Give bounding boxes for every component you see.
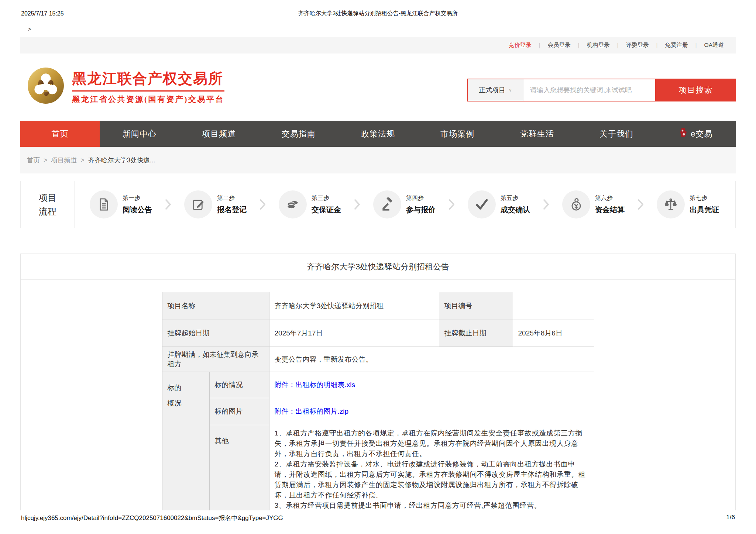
stray-character: > bbox=[28, 26, 31, 32]
step-name: 成交确认 bbox=[501, 205, 530, 215]
chevron-right-icon bbox=[259, 198, 267, 211]
attachment-link-zip[interactable]: 附件：出租标的图片.zip bbox=[275, 407, 349, 415]
breadcrumb: 首页 > 项目频道 > 齐齐哈尔大学3处快递... bbox=[20, 147, 736, 173]
process-flow: 项目 流程 第一步 阅读公告 bbox=[20, 181, 736, 228]
nav-item-label: e交易 bbox=[691, 128, 712, 139]
project-code-value bbox=[513, 292, 594, 320]
table-row: 标的 概况 标的情况 附件：出租标的明细表.xls bbox=[162, 372, 594, 398]
process-flow-title-line: 项目 bbox=[21, 191, 75, 204]
auction-login-link[interactable]: 竞价登录 bbox=[501, 41, 539, 49]
logo-title: 黑龙江联合产权交易所 bbox=[72, 69, 224, 92]
breadcrumb-home[interactable]: 首页 bbox=[27, 156, 40, 165]
project-code-label: 项目编号 bbox=[439, 292, 513, 320]
step-text: 第一步 阅读公告 bbox=[123, 194, 152, 215]
step-number: 第一步 bbox=[123, 194, 152, 202]
nav-item-e-trading[interactable]: e交易 bbox=[656, 121, 736, 147]
main-nav: 首页 新闻中心 项目频道 交易指南 政策法规 市场案例 党群生活 关于我们 e交… bbox=[20, 121, 736, 147]
table-row: 挂牌起始日期 2025年7月17日 挂牌截止日期 2025年8月6日 bbox=[162, 320, 594, 347]
flow-step-deal-confirm: 第五步 成交确认 bbox=[468, 190, 530, 218]
check-icon bbox=[468, 190, 496, 218]
search-input[interactable] bbox=[523, 79, 655, 101]
chevron-right-icon bbox=[165, 198, 172, 211]
breadcrumb-separator: > bbox=[44, 156, 47, 164]
step-number: 第七步 bbox=[690, 194, 719, 202]
other-content: 1、承租方严格遵守出租方的各项规定，承租方在院内经营期间发生安全责任事故或造成第… bbox=[269, 425, 594, 511]
step-text: 第五步 成交确认 bbox=[501, 194, 530, 215]
print-footer: hljcqjy.ejy365.com/ejy/Detail?infoId=ZZC… bbox=[21, 514, 735, 522]
flow-step-register: 第二步 报名登记 bbox=[184, 190, 247, 218]
site-logo[interactable]: 黑龙江联合产权交易所 黑龙江省公共资源(国有资产)交易平台 bbox=[27, 67, 224, 106]
flow-step-bid: 第四步 参与报价 bbox=[373, 190, 436, 218]
nav-item-policies[interactable]: 政策法规 bbox=[338, 121, 417, 147]
breadcrumb-current: 齐齐哈尔大学3处快递... bbox=[88, 156, 155, 165]
listing-start-value: 2025年7月17日 bbox=[269, 320, 439, 347]
scales-icon bbox=[657, 190, 685, 218]
other-paragraph: 3、承租方经营项目需提前提出书面申请，经出租方同意方可经营,严禁超范围经营。 bbox=[275, 500, 590, 510]
search-category-dropdown[interactable]: 正式项目 ∨ bbox=[468, 79, 523, 101]
listing-start-label: 挂牌起始日期 bbox=[162, 320, 269, 347]
oa-channel-link[interactable]: OA通道 bbox=[697, 41, 731, 49]
institution-login-link[interactable]: 机构登录 bbox=[580, 41, 617, 49]
step-name: 参与报价 bbox=[406, 205, 436, 215]
step-name: 交保证金 bbox=[312, 205, 341, 215]
print-document-title: 齐齐哈尔大学3处快递驿站分别招租公告-黑龙江联合产权交易所 bbox=[0, 10, 756, 17]
search-button[interactable]: 项目搜索 bbox=[656, 79, 736, 101]
step-text: 第四步 参与报价 bbox=[406, 194, 436, 215]
chevron-right-icon bbox=[543, 198, 550, 211]
chevron-right-icon bbox=[637, 198, 645, 211]
search-box: 正式项目 ∨ bbox=[467, 79, 656, 101]
expiry-label: 挂牌期满，如未征集到意向承租方 bbox=[162, 347, 269, 372]
detail-attachment-cell: 附件：出租标的明细表.xls bbox=[269, 372, 594, 398]
judge-login-link[interactable]: 评委登录 bbox=[619, 41, 656, 49]
process-flow-steps: 第一步 阅读公告 第二步 报名登 bbox=[75, 190, 735, 218]
nav-item-party-life[interactable]: 党群生活 bbox=[497, 121, 577, 147]
free-register-link[interactable]: 免费注册 bbox=[658, 41, 695, 49]
breadcrumb-separator: > bbox=[80, 156, 84, 164]
edit-icon bbox=[184, 190, 212, 218]
gavel-icon bbox=[373, 190, 401, 218]
attachment-link-xls[interactable]: 附件：出租标的明细表.xls bbox=[275, 381, 355, 389]
listing-end-value: 2025年8月6日 bbox=[513, 320, 594, 347]
e-trading-icon bbox=[679, 127, 687, 141]
step-number: 第四步 bbox=[406, 194, 436, 202]
project-name-value: 齐齐哈尔大学3处快递驿站分别招租 bbox=[269, 292, 439, 320]
breadcrumb-projects[interactable]: 项目频道 bbox=[51, 156, 77, 165]
process-flow-title: 项目 流程 bbox=[21, 191, 75, 218]
overview-label-line: 概况 bbox=[168, 396, 205, 411]
nav-item-projects[interactable]: 项目频道 bbox=[179, 121, 259, 147]
nav-item-news[interactable]: 新闻中心 bbox=[100, 121, 179, 147]
step-name: 报名登记 bbox=[217, 205, 247, 215]
flow-step-certificate: 第七步 出具凭证 bbox=[657, 190, 719, 218]
member-login-link[interactable]: 会员登录 bbox=[540, 41, 578, 49]
announcement-table: 项目名称 齐齐哈尔大学3处快递驿站分别招租 项目编号 挂牌起始日期 2025年7… bbox=[162, 292, 594, 510]
print-footer-url: hljcqjy.ejy365.com/ejy/Detail?infoId=ZZC… bbox=[21, 514, 283, 522]
detail-label: 标的情况 bbox=[209, 372, 269, 398]
flow-step-pay-deposit: 第三步 交保证金 bbox=[279, 190, 341, 218]
nav-item-home[interactable]: 首页 bbox=[20, 121, 100, 147]
logo-icon bbox=[27, 67, 65, 106]
step-name: 资金结算 bbox=[595, 205, 625, 215]
site-content: 竞价登录 | 会员登录 | 机构登录 | 评委登录 | 免费注册 | OA通道 bbox=[20, 37, 736, 510]
flow-step-settlement: 第六步 资金结算 bbox=[562, 190, 625, 218]
nav-item-about-us[interactable]: 关于我们 bbox=[577, 121, 656, 147]
nav-item-cases[interactable]: 市场案例 bbox=[418, 121, 497, 147]
project-search: 正式项目 ∨ 项目搜索 bbox=[467, 79, 736, 101]
process-flow-title-line: 流程 bbox=[21, 204, 75, 218]
step-number: 第五步 bbox=[501, 194, 530, 202]
document-icon bbox=[90, 190, 118, 218]
coins-icon bbox=[279, 190, 307, 218]
print-datetime: 2025/7/17 15:25 bbox=[21, 10, 64, 17]
step-number: 第六步 bbox=[595, 194, 625, 202]
money-bag-icon bbox=[562, 190, 590, 218]
table-row: 项目名称 齐齐哈尔大学3处快递驿站分别招租 项目编号 bbox=[162, 292, 594, 320]
logo-text: 黑龙江联合产权交易所 黑龙江省公共资源(国有资产)交易平台 bbox=[72, 69, 224, 104]
other-paragraph: 1、承租方严格遵守出租方的各项规定，承租方在院内经营期间发生安全责任事故或造成第… bbox=[275, 428, 590, 459]
print-preview-page: 2025/7/17 15:25 齐齐哈尔大学3处快递驿站分别招租公告-黑龙江联合… bbox=[0, 0, 756, 534]
step-text: 第七步 出具凭证 bbox=[690, 194, 719, 215]
overview-label: 标的 概况 bbox=[162, 372, 209, 511]
chevron-down-icon: ∨ bbox=[509, 87, 512, 93]
step-text: 第六步 资金结算 bbox=[595, 194, 625, 215]
chevron-right-icon bbox=[448, 198, 456, 211]
project-name-label: 项目名称 bbox=[162, 292, 269, 320]
nav-item-trade-guide[interactable]: 交易指南 bbox=[259, 121, 338, 147]
